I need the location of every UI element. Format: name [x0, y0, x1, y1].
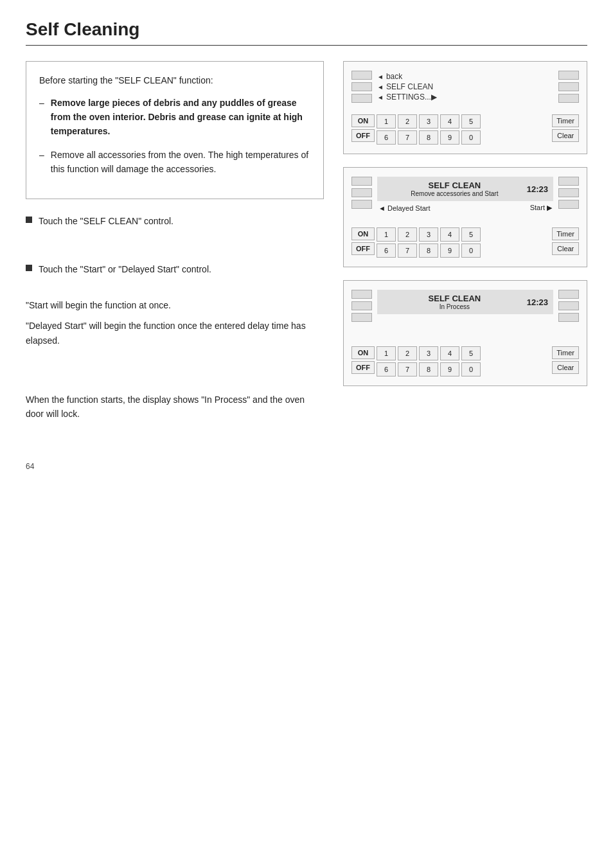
panel-1-numpad-col-4: 4 9 [440, 114, 459, 145]
panel-3-right-btn-3[interactable] [558, 313, 579, 322]
menu-item-selfclean[interactable]: ◄ SELF CLEAN [377, 82, 553, 91]
panel-2-numpad-col-4: 4 9 [440, 227, 459, 258]
panel-2-nav: ◄ Delayed Start Start ▶ [377, 204, 553, 212]
panel-2-off-btn[interactable]: OFF [351, 242, 375, 255]
panel-1-off-btn[interactable]: OFF [351, 129, 375, 142]
panel-2-left-btn-1[interactable] [351, 177, 372, 186]
panel-1-left-btn-3[interactable] [351, 94, 372, 103]
panel-2-on-btn[interactable]: ON [351, 227, 375, 240]
panel-1-clear-btn[interactable]: Clear [552, 129, 579, 142]
para-2: "Delayed Start" will begin the function … [26, 319, 324, 348]
panel-2-left-btn-3[interactable] [351, 200, 372, 209]
panel-2-on-off: ON OFF [351, 227, 375, 258]
dash-2: – [39, 148, 44, 163]
panel-1-numpad: 1 6 2 7 3 8 4 9 [377, 114, 550, 145]
p3-key-4-top[interactable]: 4 [440, 346, 459, 360]
p3-key-5-bot[interactable]: 0 [461, 362, 481, 376]
bullet-icon-2 [26, 265, 32, 271]
key-1-bot[interactable]: 6 [377, 130, 396, 145]
touch-text-2: Touch the "Start" or "Delayed Start" con… [39, 263, 211, 276]
panel-2-right-btn-3[interactable] [558, 200, 579, 209]
panel-1-timer-clear: Timer Clear [552, 114, 579, 145]
p3-key-4-bot[interactable]: 9 [440, 362, 459, 376]
p2-key-1-top[interactable]: 1 [377, 227, 396, 242]
panel-1-right-btn-1[interactable] [558, 71, 579, 80]
p3-key-2-top[interactable]: 2 [398, 346, 417, 360]
panel-3-numpad-col-4: 4 9 [440, 346, 459, 376]
key-2-bot[interactable]: 7 [398, 130, 417, 145]
panel-2-timer-btn[interactable]: Timer [552, 227, 579, 240]
p2-key-3-bot[interactable]: 8 [419, 244, 438, 258]
p3-key-1-bot[interactable]: 6 [377, 362, 396, 376]
p2-key-4-top[interactable]: 4 [440, 227, 459, 242]
panel-2-clear-btn[interactable]: Clear [552, 242, 579, 255]
key-3-top[interactable]: 3 [419, 114, 438, 128]
p3-key-1-top[interactable]: 1 [377, 346, 396, 360]
touch-text-1: Touch the "SELF CLEAN" control. [39, 215, 173, 228]
panel-1-top: ◄ back ◄ SELF CLEAN ◄ SETTINGS...▶ [351, 71, 579, 103]
p2-key-2-bot[interactable]: 7 [398, 244, 417, 258]
spacer-2 [26, 288, 324, 298]
p2-key-3-top[interactable]: 3 [419, 227, 438, 242]
panel-1-timer-btn[interactable]: Timer [552, 114, 579, 127]
panel-3-numpad-col-2: 2 7 [398, 346, 417, 376]
panel-3-display-center: SELF CLEAN In Process [382, 294, 527, 310]
left-content: Before starting the "SELF CLEAN" functio… [26, 61, 324, 472]
panel-1-left-btn-2[interactable] [351, 82, 372, 91]
panel-1-right-btns [558, 71, 579, 103]
menu-item-back[interactable]: ◄ back [377, 72, 553, 81]
p2-key-2-top[interactable]: 2 [398, 227, 417, 242]
panel-1-numpad-col-3: 3 8 [419, 114, 438, 145]
key-5-top[interactable]: 5 [461, 114, 481, 128]
panel-3-left-btn-3[interactable] [351, 313, 372, 322]
right-panels: ◄ back ◄ SELF CLEAN ◄ SETTINGS...▶ [343, 61, 587, 472]
panel-2-top: SELF CLEAN Remove accessories and Start … [351, 177, 579, 216]
panel-3-off-btn[interactable]: OFF [351, 361, 375, 374]
panel-2-start-btn[interactable]: Start ▶ [530, 204, 552, 212]
panel-3-display: SELF CLEAN In Process 12:23 [377, 290, 553, 314]
panel-1-numpad-col-1: 1 6 [377, 114, 396, 145]
key-3-bot[interactable]: 8 [419, 130, 438, 145]
key-4-top[interactable]: 4 [440, 114, 459, 128]
key-1-top[interactable]: 1 [377, 114, 396, 128]
panel-1-right-btn-3[interactable] [558, 94, 579, 103]
key-5-bot[interactable]: 0 [461, 130, 481, 145]
p3-key-3-top[interactable]: 3 [419, 346, 438, 360]
panel-3-numpad-col-5: 5 0 [461, 346, 481, 376]
panel-3-on-btn[interactable]: ON [351, 346, 375, 359]
bullet-icon-1 [26, 217, 32, 223]
panel-2-nav-left[interactable]: ◄ Delayed Start [378, 204, 431, 212]
panel-3-timer-btn[interactable]: Timer [552, 346, 579, 359]
menu-item-settings[interactable]: ◄ SETTINGS...▶ [377, 93, 553, 102]
p2-key-1-bot[interactable]: 6 [377, 244, 396, 258]
title-divider [26, 45, 587, 46]
p2-key-5-bot[interactable]: 0 [461, 244, 481, 258]
panel-3-left-btn-2[interactable] [351, 301, 372, 310]
warning-list: – Remove large pieces of debris and any … [39, 96, 310, 176]
panel-1-bottom: ON OFF 1 6 2 7 3 8 [351, 114, 579, 145]
panel-2-left-btn-2[interactable] [351, 188, 372, 197]
panel-3-right-btn-1[interactable] [558, 290, 579, 299]
p3-key-3-bot[interactable]: 8 [419, 362, 438, 376]
panel-1-right-btn-2[interactable] [558, 82, 579, 91]
panel-3-left-btn-1[interactable] [351, 290, 372, 299]
panel-3-right-btn-2[interactable] [558, 301, 579, 310]
key-4-bot[interactable]: 9 [440, 130, 459, 145]
warning-item-1: – Remove large pieces of debris and any … [39, 96, 310, 138]
p3-key-5-top[interactable]: 5 [461, 346, 481, 360]
panel-1-left-btn-1[interactable] [351, 71, 372, 80]
panel-2-timer-clear: Timer Clear [552, 227, 579, 258]
panel-3-on-off: ON OFF [351, 346, 375, 376]
back-arrow: ◄ [377, 73, 384, 80]
spacer-3 [26, 354, 324, 373]
p2-key-5-top[interactable]: 5 [461, 227, 481, 242]
p3-key-2-bot[interactable]: 7 [398, 362, 417, 376]
key-2-top[interactable]: 2 [398, 114, 417, 128]
panel-3-clear-btn[interactable]: Clear [552, 361, 579, 374]
selfclean-label: SELF CLEAN [386, 82, 433, 91]
touch-line-1: Touch the "SELF CLEAN" control. [26, 215, 324, 228]
panel-2-right-btn-2[interactable] [558, 188, 579, 197]
panel-1-on-btn[interactable]: ON [351, 114, 375, 127]
panel-2-right-btn-1[interactable] [558, 177, 579, 186]
p2-key-4-bot[interactable]: 9 [440, 244, 459, 258]
